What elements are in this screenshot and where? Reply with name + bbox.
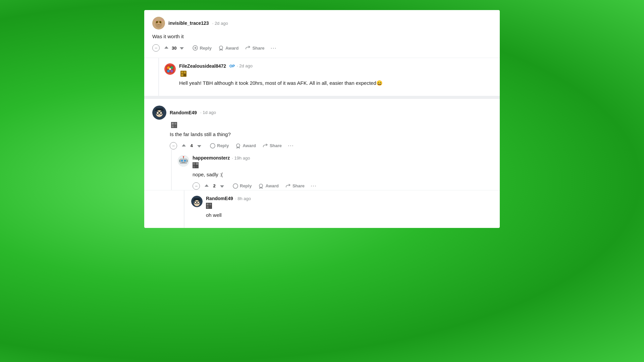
- avatar-happe: [178, 155, 189, 167]
- downvote-btn-2[interactable]: [195, 142, 203, 149]
- upvote-icon-happe: [204, 183, 209, 189]
- timestamp-op: · 2d ago: [237, 63, 253, 68]
- svg-rect-59: [194, 198, 200, 200]
- comment-panel: invisible_trace123 · 2d ago Was it worth…: [144, 10, 500, 228]
- svg-rect-46: [184, 160, 186, 162]
- more-btn-happe[interactable]: ···: [309, 182, 319, 190]
- svg-rect-54: [196, 166, 198, 168]
- comment-header-2: RandomE49 · 1d ago: [152, 106, 492, 120]
- svg-point-19: [169, 68, 171, 70]
- avatar-random2-wrapper: [191, 196, 203, 207]
- svg-rect-38: [174, 125, 176, 127]
- reply-btn-happe[interactable]: Reply: [230, 182, 254, 190]
- collapse-btn-1[interactable]: −: [152, 44, 160, 52]
- separator-1: [144, 96, 500, 99]
- downvote-icon-happe: [219, 183, 225, 189]
- op-badge: OP: [229, 64, 235, 68]
- collapse-btn-2[interactable]: −: [170, 142, 177, 149]
- share-btn-2[interactable]: Share: [260, 142, 284, 150]
- svg-point-56: [259, 184, 263, 187]
- svg-rect-35: [172, 123, 174, 125]
- vote-count-happe: 2: [212, 183, 217, 188]
- flair-icon-happe: [193, 162, 199, 168]
- award-icon-happe: [258, 183, 264, 189]
- share-btn-1[interactable]: Share: [243, 44, 267, 52]
- avatar-1: [152, 17, 165, 29]
- flair-happe: [193, 162, 492, 168]
- svg-point-12: [219, 46, 223, 49]
- svg-rect-42: [180, 159, 187, 164]
- username-happe[interactable]: happeemonsterz: [193, 155, 230, 161]
- reply-username-row-happe: happeemonsterz · 19h ago: [193, 155, 492, 161]
- reply-btn-2[interactable]: Reply: [207, 142, 231, 150]
- reply-btn-1[interactable]: Reply: [190, 44, 214, 52]
- avatar-happe-wrapper: [178, 155, 189, 167]
- username-random2[interactable]: RandomE49: [206, 196, 233, 201]
- svg-point-29: [156, 112, 159, 114]
- svg-point-55: [233, 184, 238, 188]
- award-icon-1: [218, 45, 224, 51]
- award-btn-2[interactable]: Award: [233, 142, 259, 150]
- comment-body-1: Was it worth it: [152, 33, 492, 41]
- svg-point-10: [161, 19, 163, 21]
- svg-rect-70: [209, 206, 211, 208]
- svg-rect-69: [207, 206, 209, 208]
- award-btn-1[interactable]: Award: [216, 44, 241, 52]
- avatar-op: [164, 63, 176, 75]
- downvote-btn-happe[interactable]: [218, 183, 226, 189]
- timestamp-happe: · 19h ago: [232, 156, 250, 161]
- svg-rect-45: [181, 160, 183, 162]
- svg-point-62: [197, 201, 200, 204]
- flair-icon-op: [180, 71, 186, 77]
- svg-rect-52: [196, 163, 198, 165]
- upvote-icon-1: [164, 45, 169, 51]
- comment-header-1: invisible_trace123 · 2d ago: [152, 17, 492, 29]
- upvote-btn-1[interactable]: [162, 45, 170, 51]
- svg-rect-21: [181, 71, 183, 73]
- timestamp-random2: · 8h ago: [235, 196, 251, 201]
- reply-header-1: FileZealousideal8472 OP · 2d ago: [164, 63, 492, 90]
- share-icon-2: [263, 143, 268, 148]
- svg-point-9: [155, 19, 156, 21]
- comment-body-2-wrapper: Is the far lands still a thing? − 4: [152, 131, 492, 150]
- more-btn-2[interactable]: ···: [286, 141, 296, 150]
- svg-point-39: [210, 143, 215, 148]
- svg-point-5: [160, 22, 161, 23]
- reply-icon-1: [193, 45, 198, 51]
- username-2[interactable]: RandomE49: [170, 110, 197, 115]
- avatar-random2: [191, 196, 203, 207]
- vote-count-1: 30: [172, 46, 176, 51]
- comment-block-1: invisible_trace123 · 2d ago Was it worth…: [144, 10, 500, 58]
- username-1[interactable]: invisible_trace123: [168, 20, 209, 26]
- svg-rect-43: [179, 160, 180, 162]
- collapse-btn-happe[interactable]: −: [193, 182, 200, 190]
- avatar-random1: [152, 106, 166, 120]
- reply-block-2: happeemonsterz · 19h ago: [144, 150, 500, 190]
- flair-icon-random1: [171, 122, 177, 128]
- thread-line-2: [171, 150, 172, 190]
- reply-body-op: Hell yeah! TBH although it took 20hrs, m…: [179, 79, 492, 87]
- downvote-btn-1[interactable]: [178, 45, 186, 51]
- svg-line-65: [200, 202, 200, 202]
- flair-op: [179, 71, 492, 77]
- reply-body-happe: nope, sadly :(: [193, 171, 492, 179]
- svg-point-18: [170, 70, 173, 72]
- svg-line-64: [194, 202, 195, 202]
- upvote-btn-happe[interactable]: [203, 183, 211, 189]
- vote-count-2: 4: [189, 143, 194, 148]
- downvote-icon-2: [197, 143, 202, 148]
- svg-line-33: [162, 113, 163, 113]
- svg-point-4: [157, 22, 158, 23]
- award-btn-happe[interactable]: Award: [256, 182, 281, 190]
- svg-rect-47: [181, 162, 185, 163]
- svg-point-40: [236, 144, 240, 147]
- svg-rect-44: [186, 160, 188, 162]
- upvote-btn-2[interactable]: [180, 142, 188, 149]
- username-op[interactable]: FileZealousideal8472: [179, 63, 226, 69]
- share-icon-happe: [285, 183, 291, 189]
- reply-header-2: happeemonsterz · 19h ago: [178, 155, 492, 190]
- reply-icon-2: [210, 143, 215, 148]
- share-btn-happe[interactable]: Share: [283, 182, 307, 190]
- timestamp-1: · 2d ago: [212, 21, 228, 26]
- more-btn-1[interactable]: ···: [269, 44, 279, 52]
